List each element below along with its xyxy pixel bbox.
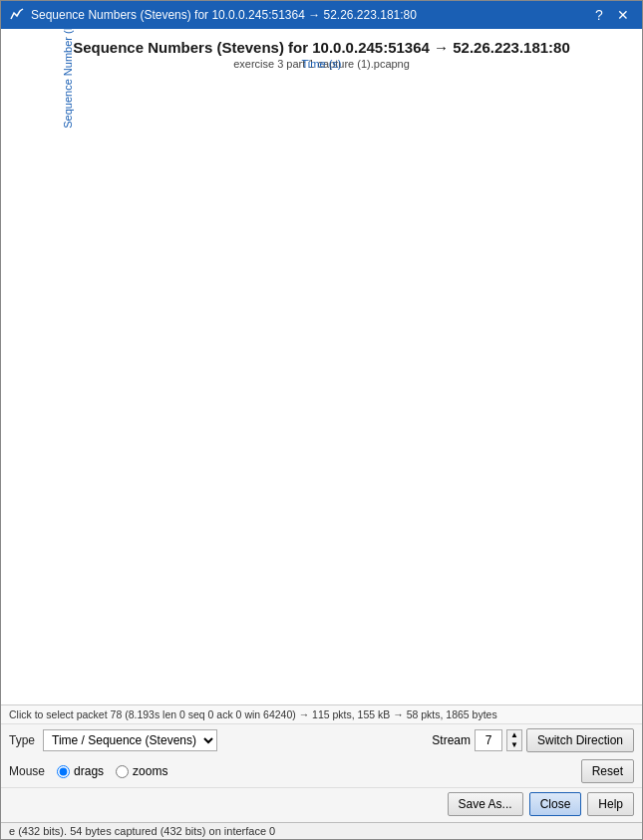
stream-value: 7 [475,729,502,751]
chart-title: Sequence Numbers (Stevens) for 10.0.0.24… [1,29,642,58]
type-label: Type [9,733,35,747]
drags-radio[interactable] [57,765,70,778]
drags-label[interactable]: drags [74,764,104,778]
help-dialog-button[interactable]: Help [587,792,634,816]
zooms-label[interactable]: zooms [133,764,167,778]
main-window: Sequence Numbers (Stevens) for 10.0.0.24… [0,0,643,840]
close-window-button[interactable]: ✕ [612,4,634,26]
save-as-button[interactable]: Save As... [448,792,523,816]
window-controls: ? ✕ [588,4,634,26]
help-button[interactable]: ? [588,4,610,26]
mouse-row: Mouse drags zooms Reset [1,756,642,787]
status-bottom-text: e (432 bits). 54 bytes captured (432 bit… [9,825,275,837]
mouse-label: Mouse [9,764,45,778]
click-info: Click to select packet 78 (8.193s len 0 … [9,708,497,720]
stream-up-button[interactable]: ▲ [507,730,521,740]
drags-radio-group: drags [57,764,104,778]
close-button[interactable]: Close [529,792,582,816]
stream-label: Stream [432,733,471,747]
stream-group: Stream 7 ▲ ▼ Switch Direction [432,728,634,752]
reset-button[interactable]: Reset [581,759,634,783]
title-bar: Sequence Numbers (Stevens) for 10.0.0.24… [1,1,642,29]
stream-down-button[interactable]: ▼ [507,740,521,750]
switch-direction-button[interactable]: Switch Direction [526,728,634,752]
content-area: Sequence Numbers (Stevens) for 10.0.0.24… [1,29,642,839]
controls-row: Type Time / Sequence (Stevens) Time / Se… [1,723,642,756]
status-bar: Click to select packet 78 (8.193s len 0 … [1,704,642,723]
zooms-radio[interactable] [116,765,129,778]
window-title: Sequence Numbers (Stevens) for 10.0.0.24… [31,8,588,22]
x-axis-label: Time (s) [302,58,342,70]
stream-spinner: ▲ ▼ [506,729,522,751]
app-icon [9,7,25,23]
type-select[interactable]: Time / Sequence (Stevens) Time / Sequenc… [43,729,217,751]
bottom-buttons: Save As... Close Help [1,787,642,822]
status-bottom: e (432 bits). 54 bytes captured (432 bit… [1,822,642,839]
zooms-radio-group: zooms [116,764,167,778]
chart-wrapper: Sequence Number (B) Time (s) [1,74,642,704]
